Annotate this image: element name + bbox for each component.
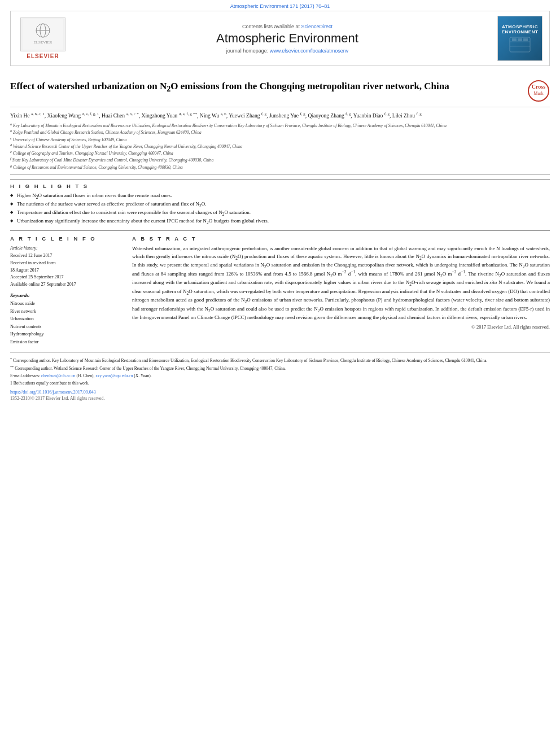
affiliation-f: f State Key Laboratory of Coal Mine Disa… — [10, 157, 550, 163]
abstract-col: A B S T R A C T Watershed urbanization, … — [132, 235, 550, 346]
svg-text:Cross: Cross — [532, 84, 545, 90]
footnote-corresponding-2: ** Corresponding author. Wetland Science… — [10, 365, 550, 372]
keyword-5: Hydromorphology — [10, 330, 123, 338]
abstract-text: Watershed urbanization, an integrated an… — [132, 245, 550, 322]
keyword-6: Emission factor — [10, 338, 123, 346]
article-title: Effect of watershed urbanization on N2O … — [10, 80, 527, 95]
article-info-col: A R T I C L E I N F O Article history: R… — [10, 235, 123, 346]
history-label: Article history: — [10, 245, 123, 252]
homepage-url[interactable]: www.elsevier.com/locate/atmosenv — [270, 48, 349, 54]
divider-1 — [10, 174, 550, 174]
authors-line: Yixin He a, b, c, 1, Xiaofeng Wang d, e,… — [10, 112, 550, 120]
received-revised: Received in revised form18 August 2017 — [10, 260, 123, 274]
affiliations-block: a Key Laboratory of Mountain Ecological … — [10, 123, 550, 171]
highlight-item-3: Temperature and dilution effect due to c… — [10, 209, 550, 217]
svg-rect-10 — [523, 38, 528, 41]
two-col-section: A R T I C L E I N F O Article history: R… — [10, 235, 550, 346]
journal-ref-line: Atmospheric Environment 171 (2017) 70–81 — [0, 0, 560, 11]
footnote-corresponding-1: * Corresponding author. Key Laboratory o… — [10, 357, 550, 364]
article-title-section: Effect of watershed urbanization on N2O … — [10, 72, 550, 107]
doi-line: https://doi.org/10.1016/j.atmosenv.2017.… — [10, 390, 550, 395]
accepted-date: Accepted 25 September 2017 — [10, 274, 123, 281]
keyword-1: Nitrous oxide — [10, 300, 123, 308]
doi-link[interactable]: https://doi.org/10.1016/j.atmosenv.2017.… — [10, 390, 96, 395]
main-content: Effect of watershed urbanization on N2O … — [10, 66, 550, 407]
highlights-section: H I G H L I G H T S Higher N2O saturatio… — [10, 179, 550, 231]
svg-rect-9 — [518, 38, 522, 41]
science-direct-link[interactable]: ScienceDirect — [301, 24, 333, 29]
affiliation-a: a Key Laboratory of Mountain Ecological … — [10, 123, 550, 129]
elsevier-wordmark: ELSEVIER — [27, 53, 59, 59]
article-info-header: A R T I C L E I N F O — [10, 235, 123, 242]
affiliation-d: d Wetland Science Research Center of the… — [10, 143, 550, 150]
highlight-item-4: Urbanization may significantly increase … — [10, 217, 550, 226]
email-link-1[interactable]: chenhuai@cib.ac.cn — [41, 373, 76, 378]
homepage-line: journal homepage: www.elsevier.com/locat… — [77, 48, 497, 54]
affiliation-g: g College of Resources and Environmental… — [10, 164, 550, 171]
journal-title-header: Atmospheric Environment — [77, 31, 497, 46]
footnote-emails: E-mail addresses: chenhuai@cib.ac.cn (H.… — [10, 373, 550, 379]
highlights-list: Higher N2O saturation and fluxes in urba… — [10, 192, 550, 226]
crossmark-badge: Cross Mark — [527, 80, 550, 102]
elsevier-logo-block: ELSEVIER ELSEVIER — [18, 18, 68, 59]
highlight-item-1: Higher N2O saturation and fluxes in urba… — [10, 192, 550, 200]
elsevier-image: ELSEVIER — [20, 18, 65, 51]
header-center-block: Contents lists available at ScienceDirec… — [77, 24, 497, 54]
issn-line: 1352-2310/© 2017 Elsevier Ltd. All right… — [10, 396, 550, 401]
copyright-line: © 2017 Elsevier Ltd. All rights reserved… — [132, 324, 550, 330]
keywords-list: Nitrous oxide River network Urbanization… — [10, 300, 123, 346]
affiliation-c: c University of Chinese Academy of Scien… — [10, 137, 550, 143]
affiliation-b: b Zoige Peatland and Global Change Resea… — [10, 129, 550, 136]
email-link-2[interactable]: xzy.yuan@cqu.edu.cn — [95, 373, 133, 378]
affiliation-e: e College of Geography and Tourism, Chon… — [10, 150, 550, 156]
keyword-4: Nutrient contents — [10, 323, 123, 331]
contents-line: Contents lists available at ScienceDirec… — [77, 24, 497, 29]
journal-right-logo: ATMOSPHERIC ENVIRONMENT — [497, 16, 542, 61]
footnotes-section: * Corresponding author. Key Laboratory o… — [10, 352, 550, 386]
keyword-2: River network — [10, 308, 123, 316]
received-date: Received 12 June 2017 — [10, 252, 123, 260]
abstract-header: A B S T R A C T — [132, 235, 550, 242]
keywords-section: Keywords: Nitrous oxide River network Ur… — [10, 293, 123, 346]
svg-rect-8 — [512, 38, 517, 41]
svg-text:Mark: Mark — [533, 91, 543, 96]
journal-header: ELSEVIER ELSEVIER Contents lists availab… — [10, 11, 550, 66]
highlights-title: H I G H L I G H T S — [10, 183, 550, 189]
keywords-title: Keywords: — [10, 293, 123, 298]
article-history-block: Article history: Received 12 June 2017 R… — [10, 245, 123, 289]
available-date: Available online 27 September 2017 — [10, 281, 123, 289]
svg-text:ELSEVIER: ELSEVIER — [33, 40, 52, 45]
journal-ref-text: Atmospheric Environment 171 (2017) 70–81 — [230, 3, 330, 9]
footnote-1: 1 Both authors equally contribute to thi… — [10, 380, 550, 386]
highlight-item-2: The nutrients of the surface water serve… — [10, 200, 550, 209]
keyword-3: Urbanization — [10, 315, 123, 323]
